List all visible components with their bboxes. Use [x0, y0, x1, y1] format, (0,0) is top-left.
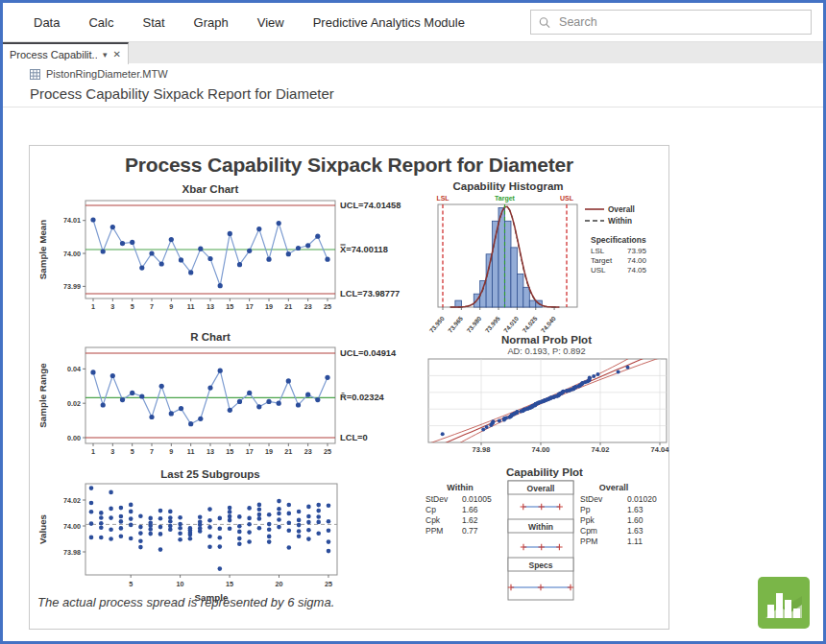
svg-text:Overall: Overall — [599, 483, 629, 492]
svg-text:0.02: 0.02 — [67, 399, 81, 408]
svg-text:Sample Mean: Sample Mean — [37, 220, 48, 280]
svg-text:25: 25 — [324, 447, 331, 456]
svg-text:9: 9 — [169, 447, 173, 456]
svg-text:74.02: 74.02 — [63, 496, 81, 505]
svg-text:UCL=0.04914: UCL=0.04914 — [340, 348, 397, 358]
minitab-logo-icon — [758, 577, 810, 629]
svg-text:74.00: 74.00 — [63, 250, 81, 258]
tab-dropdown-icon[interactable]: ▾ — [103, 50, 108, 60]
svg-text:Within: Within — [447, 483, 473, 492]
svg-text:AD: 0.193, P: 0.892: AD: 0.193, P: 0.892 — [507, 346, 585, 356]
svg-text:Target: Target — [495, 195, 516, 203]
svg-text:3: 3 — [110, 447, 114, 456]
tab-process-capability[interactable]: Process Capabilit... ▾ ✕ — [3, 42, 129, 64]
normal-prob-plot-panel[interactable]: Normal Prob PlotAD: 0.193, P: 0.89273.98… — [424, 333, 669, 462]
svg-text:Capability Plot: Capability Plot — [506, 466, 583, 478]
svg-text:Within: Within — [608, 217, 632, 226]
svg-text:Specifications: Specifications — [591, 235, 646, 245]
svg-text:13: 13 — [206, 447, 214, 456]
svg-text:Cp: Cp — [425, 505, 436, 514]
svg-text:19: 19 — [265, 447, 273, 456]
capability-plot-panel[interactable]: Capability PlotOverallWithinSpecsWithinS… — [424, 465, 669, 615]
svg-text:13: 13 — [206, 302, 214, 311]
svg-text:Cpk: Cpk — [425, 515, 441, 525]
svg-text:Normal Prob Plot: Normal Prob Plot — [501, 334, 592, 346]
minitab-window: DataCalcStatGraphViewPredictive Analytic… — [0, 0, 826, 644]
svg-text:0.00: 0.00 — [67, 434, 81, 442]
search-input[interactable] — [557, 14, 803, 30]
svg-text:23: 23 — [304, 447, 312, 456]
svg-text:LSL: LSL — [591, 247, 605, 255]
svg-text:21: 21 — [284, 447, 292, 456]
report-footnote: The actual process spread is represented… — [37, 595, 334, 609]
svg-text:73.99: 73.99 — [63, 282, 81, 291]
svg-text:5: 5 — [131, 447, 134, 456]
svg-text:USL: USL — [560, 195, 574, 202]
svg-text:74.02: 74.02 — [592, 445, 610, 454]
svg-text:1.63: 1.63 — [627, 505, 644, 514]
svg-text:0.01020: 0.01020 — [627, 494, 657, 504]
svg-text:5: 5 — [129, 580, 133, 588]
svg-text:25: 25 — [324, 302, 331, 311]
svg-text:StDev: StDev — [425, 494, 449, 504]
svg-text:UCL=74.01458: UCL=74.01458 — [340, 201, 401, 210]
xbar-chart-panel[interactable]: Xbar Chart73.9974.0074.01135791113151719… — [33, 180, 417, 330]
worksheet-name: PistonRingDiameter.MTW — [46, 68, 168, 80]
svg-text:Pp: Pp — [580, 505, 591, 514]
svg-text:Capability Histogram: Capability Histogram — [452, 180, 563, 192]
svg-text:X̿=74.00118: X̿=74.00118 — [340, 244, 388, 254]
svg-text:Xbar Chart: Xbar Chart — [182, 183, 239, 195]
svg-text:0.01005: 0.01005 — [462, 494, 492, 504]
svg-text:1: 1 — [91, 302, 95, 311]
svg-text:R̄=0.02324: R̄=0.02324 — [340, 393, 385, 402]
svg-text:Ppk: Ppk — [580, 515, 595, 525]
svg-text:7: 7 — [150, 302, 154, 311]
svg-text:USL: USL — [591, 266, 606, 274]
r-chart-panel[interactable]: R Chart0.000.020.04135791113151719212325… — [33, 328, 417, 462]
svg-text:15: 15 — [226, 302, 233, 311]
report-title: Process Capability Sixpack Report for Di… — [30, 154, 668, 177]
svg-text:1.62: 1.62 — [462, 515, 478, 525]
svg-text:23: 23 — [304, 302, 312, 311]
svg-text:3: 3 — [110, 302, 114, 311]
tab-label: Process Capabilit... — [10, 49, 97, 60]
svg-text:74.04: 74.04 — [651, 445, 669, 454]
svg-text:Cpm: Cpm — [580, 526, 597, 536]
svg-text:73.950: 73.950 — [428, 315, 446, 333]
tab-bar: Process Capabilit... ▾ ✕ — [3, 41, 823, 63]
svg-text:74.010: 74.010 — [502, 315, 520, 333]
svg-text:LSL: LSL — [436, 195, 449, 202]
menu-item-data[interactable]: Data — [34, 15, 60, 30]
search-box[interactable] — [530, 10, 812, 35]
svg-text:25: 25 — [325, 580, 332, 588]
svg-text:20: 20 — [276, 580, 283, 588]
search-icon — [539, 16, 550, 29]
svg-text:74.01: 74.01 — [63, 216, 81, 225]
menu-item-view[interactable]: View — [257, 15, 284, 30]
capability-histogram-panel[interactable]: Capability HistogramLSLTargetUSL73.95073… — [424, 179, 669, 337]
svg-text:0.77: 0.77 — [462, 526, 478, 536]
svg-text:Overall: Overall — [527, 484, 555, 493]
svg-text:15: 15 — [226, 447, 233, 456]
menu-item-stat[interactable]: Stat — [142, 15, 164, 30]
svg-text:5: 5 — [131, 302, 134, 311]
svg-text:21: 21 — [284, 302, 292, 311]
svg-text:LCL=73.98777: LCL=73.98777 — [340, 289, 400, 298]
svg-text:Target: Target — [591, 256, 613, 265]
svg-text:11: 11 — [187, 302, 195, 311]
menu-item-predictive-analytics-module[interactable]: Predictive Analytics Module — [313, 15, 465, 30]
tab-close-icon[interactable]: ✕ — [113, 49, 121, 60]
menu-item-graph[interactable]: Graph — [194, 15, 229, 30]
worksheet-row[interactable]: PistonRingDiameter.MTW — [30, 68, 168, 80]
svg-text:StDev: StDev — [580, 494, 603, 504]
svg-text:Overall: Overall — [608, 205, 635, 214]
svg-text:1.11: 1.11 — [627, 537, 643, 546]
worksheet-grid-icon — [30, 69, 40, 80]
last25-subgroups-panel[interactable]: Last 25 Subgroups73.9874.0074.0251015202… — [33, 465, 417, 615]
svg-text:7: 7 — [150, 447, 154, 456]
menu-item-calc[interactable]: Calc — [88, 15, 113, 30]
svg-text:74.040: 74.040 — [540, 315, 557, 333]
svg-text:PPM: PPM — [580, 537, 597, 546]
svg-text:1.60: 1.60 — [627, 515, 644, 525]
svg-text:73.965: 73.965 — [447, 315, 464, 333]
